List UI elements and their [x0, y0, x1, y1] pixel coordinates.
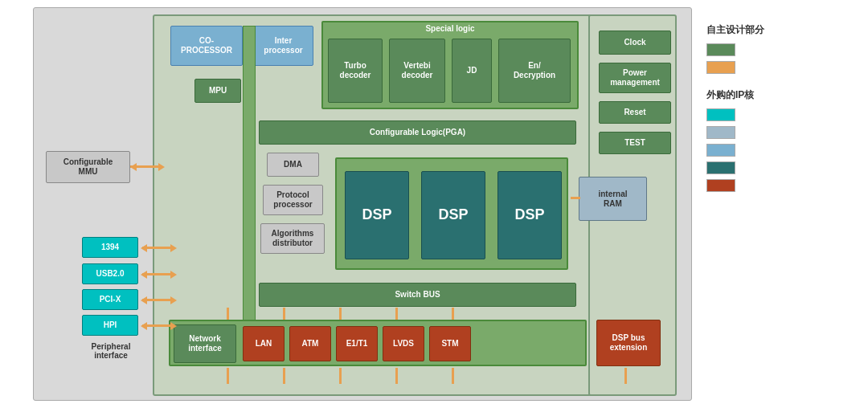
peripheral-interface-label: Peripheralinterface — [78, 342, 144, 371]
arrow-hpi — [142, 324, 174, 327]
e1t1-label: E1/T1 — [346, 339, 368, 349]
stm-label: STM — [441, 339, 458, 349]
legend-color-bluelight — [706, 144, 735, 157]
atm-label: ATM — [302, 339, 319, 349]
en-decryption-block: En/Decryption — [498, 39, 571, 103]
special-logic-label: Special logic — [323, 24, 577, 33]
internal-ram-label: internalRAM — [598, 190, 627, 209]
usb2-label: USB2.0 — [96, 269, 124, 279]
arrow-1394-head-r — [170, 244, 177, 252]
clock-block: Clock — [599, 31, 671, 55]
configurable-logic-block: Configurable Logic(PGA) — [259, 120, 576, 145]
network-interface-container: Networkinterface LAN ATM E1/T1 LVDS STM — [169, 320, 587, 366]
legend-item-red — [706, 179, 835, 192]
en-decryption-label: En/Decryption — [514, 61, 555, 80]
legend-item-teal — [706, 161, 835, 174]
co-processor-block: CO-PROCESSOR — [170, 26, 243, 66]
arrow-v-lan — [227, 308, 229, 320]
dsp2-label: DSP — [438, 206, 468, 224]
configurable-mmu-label: ConfigurableMMU — [63, 157, 113, 177]
test-label: TEST — [624, 138, 645, 148]
dsp1-label: DSP — [362, 206, 391, 224]
dma-block: DMA — [267, 153, 319, 177]
legend-color-cyan — [706, 108, 735, 121]
dsp3-block: DSP — [497, 171, 562, 259]
special-logic-container: Special logic Turbodecoder Vertebidecode… — [321, 21, 579, 109]
arrow-v-stm-down — [452, 368, 454, 384]
i1394-label: 1394 — [101, 243, 119, 252]
arrow-dsp-ram — [571, 197, 580, 199]
dsp-bus-extension-block: DSP busextension — [596, 320, 661, 366]
turbo-decoder-block: Turbodecoder — [328, 39, 383, 103]
lan-block: LAN — [243, 326, 285, 361]
arrow-usb2-head-l — [141, 271, 147, 279]
legend-item-green — [706, 43, 835, 56]
usb2-block: USB2.0 — [82, 263, 138, 284]
hpi-label: HPI — [104, 320, 117, 330]
arrow-usb2 — [142, 273, 174, 275]
legend-item-orange — [706, 61, 835, 74]
inter-processor-block: Interprocessor — [253, 26, 313, 66]
dsp-area: DSP DSP DSP — [335, 157, 568, 270]
mpu-label: MPU — [209, 86, 227, 96]
algorithms-distributor-block: Algorithmsdistributor — [260, 223, 325, 254]
jd-block: JD — [452, 39, 492, 103]
arrow-v-e1t1-down — [339, 368, 342, 384]
peripheral-interface-text: Peripheralinterface — [92, 342, 131, 360]
network-interface-label: Networkinterface — [188, 334, 222, 353]
legend-item-gray — [706, 126, 835, 139]
legend-item-cyan — [706, 108, 835, 121]
clock-label: Clock — [624, 38, 645, 47]
configurable-logic-label: Configurable Logic(PGA) — [370, 128, 465, 137]
switch-bus-label: Switch BUS — [395, 290, 440, 300]
inter-processor-label: Interprocessor — [264, 36, 302, 55]
arrow-v-atm-down — [283, 368, 285, 384]
dsp1-block: DSP — [345, 171, 409, 259]
atm-block: ATM — [289, 326, 331, 361]
protocol-processor-block: Protocolprocessor — [263, 185, 323, 215]
turbo-decoder-label: Turbodecoder — [340, 61, 371, 80]
arrow-v-e1t1 — [339, 308, 342, 320]
arrow-pcix-head-r — [170, 296, 177, 304]
arrow-hpi-head-l — [141, 322, 147, 330]
arrow-1394-head-l — [141, 244, 147, 252]
legend-title1: 自主设计部分 — [706, 23, 835, 37]
legend-spacer — [706, 79, 835, 85]
arrow-pcix — [142, 299, 174, 301]
legend-title2: 外购的IP核 — [706, 88, 835, 102]
internal-ram-block: internalRAM — [579, 177, 647, 221]
legend-color-gray — [706, 126, 735, 139]
mpu-block: MPU — [194, 79, 241, 103]
arrow-mmu-bus-head-r — [158, 163, 165, 171]
reset-block: Reset — [599, 101, 671, 124]
legend-panel: 自主设计部分 外购的IP核 — [706, 7, 835, 194]
viterbi-decoder-block: Vertebidecoder — [389, 39, 445, 103]
legend-color-teal — [706, 161, 735, 174]
arrow-pcix-head-l — [141, 296, 147, 304]
lvds-label: LVDS — [393, 339, 414, 349]
arrow-v-lan-down — [227, 368, 229, 384]
pci-x-block: PCI-X — [82, 289, 138, 310]
co-processor-label: CO-PROCESSOR — [181, 36, 232, 55]
arrow-v-lvds — [395, 308, 398, 320]
arrow-v-lvds-down — [395, 368, 398, 384]
dsp2-block: DSP — [421, 171, 485, 259]
configurable-mmu-block: ConfigurableMMU — [46, 151, 130, 183]
protocol-processor-label: Protocolprocessor — [273, 190, 312, 210]
legend-item-bluelight — [706, 144, 835, 157]
pci-x-label: PCI-X — [100, 295, 121, 304]
arrow-v-dsp-ext-down — [624, 368, 627, 384]
hpi-block: HPI — [82, 315, 138, 336]
main-container: Clock Powermanagement Reset TEST CO-PROC… — [17, 0, 851, 408]
arrow-mmu-bus-head-l — [130, 163, 137, 171]
diagram: Clock Powermanagement Reset TEST CO-PROC… — [33, 7, 692, 401]
legend-color-green — [706, 43, 735, 56]
legend-color-orange — [706, 61, 735, 74]
arrow-v-atm — [283, 308, 285, 320]
arrow-hpi-head-r — [170, 322, 177, 330]
lan-label: LAN — [256, 339, 272, 349]
legend-color-red — [706, 179, 735, 192]
power-mgmt-label: Powermanagement — [610, 68, 660, 88]
arrow-usb2-head-r — [170, 271, 177, 279]
switch-bus-block: Switch BUS — [259, 283, 576, 307]
